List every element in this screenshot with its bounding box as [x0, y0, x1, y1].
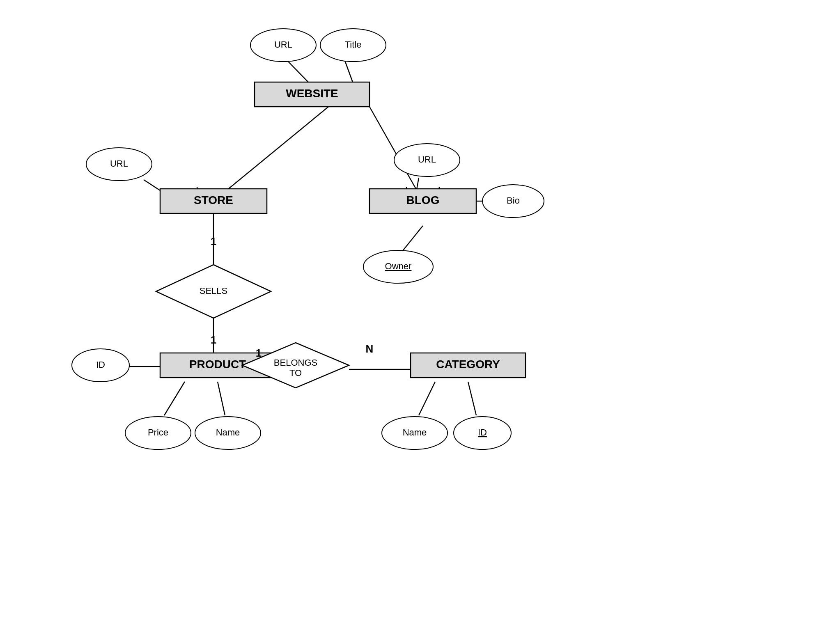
line-product-name — [218, 382, 225, 415]
entity-website-label: WEBSITE — [286, 87, 338, 100]
entity-store-label: STORE — [194, 194, 233, 206]
attr-website-title-label: Title — [345, 39, 362, 50]
attr-store-url-label: URL — [110, 158, 128, 169]
attr-product-id-label: ID — [96, 360, 105, 370]
er-diagram: WEBSITE STORE BLOG PRODUCT CATEGORY SELL… — [0, 0, 840, 630]
attr-blog-bio-label: Bio — [507, 195, 520, 206]
entity-category-label: CATEGORY — [436, 358, 500, 371]
attr-blog-owner-label: Owner — [385, 261, 412, 271]
entity-blog-label: BLOG — [406, 194, 440, 206]
attr-category-id-label: ID — [478, 427, 487, 438]
relationship-sells-label: SELLS — [200, 286, 228, 296]
cardinality-sells-product: 1 — [211, 334, 216, 346]
relationship-belongs-to-label: BELONGS — [274, 357, 317, 368]
cardinality-belongs-category: N — [366, 343, 374, 355]
line-category-id — [468, 382, 476, 415]
line-category-name — [419, 382, 435, 415]
line-website-store — [213, 107, 328, 201]
entity-product-label: PRODUCT — [189, 358, 246, 371]
line-product-price — [164, 382, 185, 415]
attr-category-name-label: Name — [403, 427, 427, 438]
cardinality-store-sells: 1 — [211, 235, 216, 247]
attr-product-name-label: Name — [216, 427, 240, 438]
attr-blog-url-label: URL — [418, 154, 436, 165]
attr-website-url-label: URL — [274, 39, 292, 50]
cardinality-product-belongs: 1 — [256, 347, 262, 359]
line-blog-owner — [402, 226, 423, 251]
attr-product-price-label: Price — [148, 427, 168, 438]
relationship-belongs-to-label2: TO — [289, 368, 302, 378]
